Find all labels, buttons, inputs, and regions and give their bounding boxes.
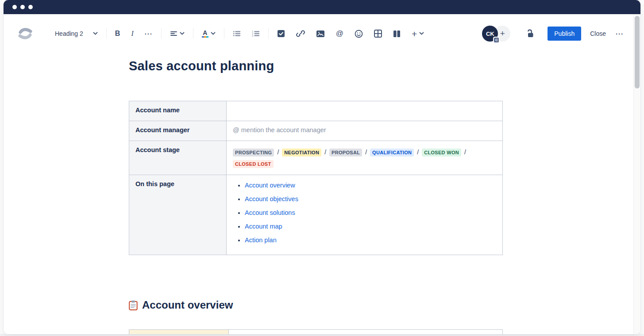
scrollbar-thumb[interactable]	[635, 16, 640, 88]
toc-item: Account solutions	[245, 208, 496, 218]
stage-lozenge-list: PROSPECTING/NEGOTIATION/PROPOSAL/QUALIFI…	[233, 146, 496, 169]
unlock-restrictions-button[interactable]	[524, 28, 535, 39]
row-header-account-stage[interactable]: Account stage	[129, 141, 227, 175]
table-row: Account revenue	[129, 330, 503, 335]
table-row: On this page Account overviewAccount obj…	[129, 175, 503, 255]
table-row: Account name	[129, 101, 503, 121]
stage-separator: /	[324, 149, 326, 156]
section-title: Account overview	[142, 299, 233, 311]
toc-item: Account overview	[245, 181, 496, 190]
toc-item: Account objectives	[245, 195, 496, 204]
close-button[interactable]: Close	[590, 30, 606, 37]
stage-lozenge[interactable]: PROPOSAL	[329, 149, 362, 157]
cell-account-stage[interactable]: PROSPECTING/NEGOTIATION/PROPOSAL/QUALIFI…	[227, 141, 503, 175]
section-heading[interactable]: Account overview	[129, 299, 503, 311]
publish-button[interactable]: Publish	[548, 27, 581, 41]
editor-content: Sales account planning Account name Acco…	[129, 14, 503, 334]
chevron-down-icon	[93, 32, 98, 35]
cell-account-revenue[interactable]	[229, 330, 503, 335]
account-overview-table: Account revenue	[129, 329, 503, 334]
row-header-on-this-page[interactable]: On this page	[129, 175, 227, 255]
text-style-label: Heading 2	[55, 30, 83, 37]
avatar-badge: C	[493, 37, 500, 43]
app-window: Heading 2 B I ···	[4, 0, 640, 334]
table-row: Account manager @ mention the account ma…	[129, 121, 503, 141]
toc-link[interactable]: Account overview	[245, 182, 295, 189]
page-toc-list: Account overviewAccount objectivesAccoun…	[233, 181, 496, 245]
row-header-account-name[interactable]: Account name	[129, 101, 227, 121]
stage-lozenge[interactable]: QUALIFICATION	[370, 149, 414, 157]
stage-separator: /	[277, 149, 279, 156]
toc-link[interactable]: Account solutions	[245, 209, 295, 216]
toc-link[interactable]: Account objectives	[245, 195, 298, 202]
cell-account-manager[interactable]: @ mention the account manager	[227, 121, 503, 141]
mention-placeholder: @ mention the account manager	[233, 126, 326, 134]
toc-link[interactable]: Action plan	[245, 237, 277, 244]
confluence-logo-icon	[17, 27, 34, 41]
stage-separator: /	[417, 149, 419, 156]
stage-separator: /	[464, 149, 466, 156]
window-control-dot[interactable]	[28, 5, 33, 9]
stage-lozenge[interactable]: PROSPECTING	[233, 149, 274, 157]
row-header-account-revenue[interactable]: Account revenue	[129, 330, 229, 335]
bold-button[interactable]: B	[114, 29, 121, 38]
cell-on-this-page[interactable]: Account overviewAccount objectivesAccoun…	[227, 175, 503, 255]
window-control-dot[interactable]	[20, 5, 25, 9]
editor-main: Heading 2 B I ···	[4, 14, 640, 334]
toc-item: Action plan	[245, 236, 496, 245]
toolbar-divider	[106, 28, 107, 39]
toc-item: Account map	[245, 222, 496, 231]
toc-link[interactable]: Account map	[245, 223, 282, 230]
text-style-dropdown[interactable]: Heading 2	[54, 29, 99, 38]
avatar-initials: CK	[486, 31, 494, 37]
scrollbar-track[interactable]	[633, 14, 640, 334]
clipboard-emoji	[129, 300, 138, 310]
window-titlebar	[4, 0, 640, 14]
account-info-table: Account name Account manager @ mention t…	[129, 101, 503, 255]
table-row: Account stage PROSPECTING/NEGOTIATION/PR…	[129, 141, 503, 175]
stage-lozenge[interactable]: NEGOTIATION	[282, 149, 321, 157]
row-header-account-manager[interactable]: Account manager	[129, 121, 227, 141]
cell-account-name[interactable]	[227, 101, 503, 121]
stage-lozenge[interactable]: CLOSED LOST	[233, 160, 274, 168]
page-title[interactable]: Sales account planning	[129, 59, 503, 73]
overflow-menu-button[interactable]: ···	[616, 30, 624, 38]
window-control-dot[interactable]	[12, 5, 17, 9]
stage-separator: /	[365, 149, 367, 156]
avatar[interactable]: CK C	[482, 26, 498, 42]
stage-lozenge[interactable]: CLOSED WON	[422, 149, 461, 157]
unlock-icon	[525, 29, 534, 38]
